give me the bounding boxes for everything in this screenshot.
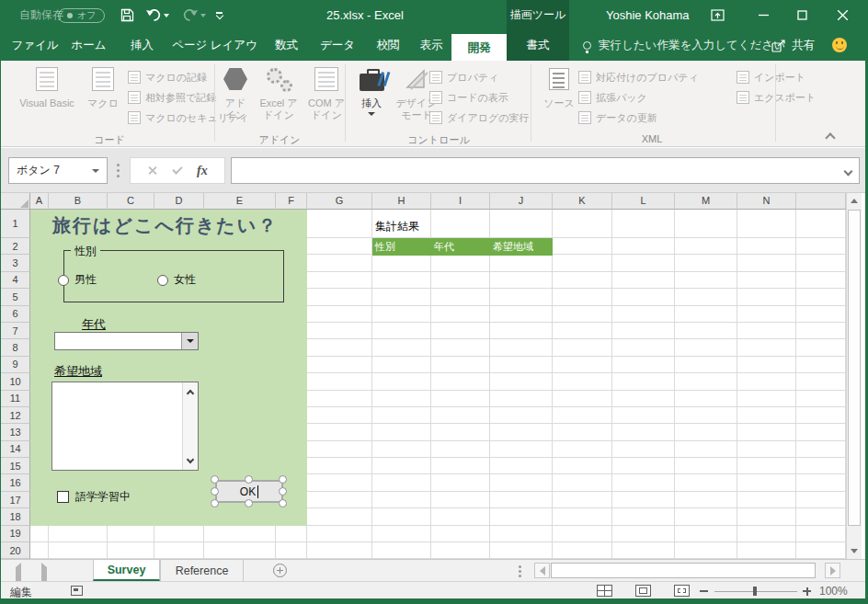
page-break-view-button[interactable] [674, 585, 690, 597]
minimize-button[interactable] [748, 0, 779, 30]
tab-developer[interactable]: 開発 [451, 34, 507, 61]
save-button[interactable] [120, 0, 134, 30]
scroll-right-button[interactable] [825, 563, 840, 578]
page-layout-view-button[interactable] [635, 585, 651, 597]
tab-data[interactable]: データ [310, 30, 365, 61]
xml-source-button[interactable]: ソース [540, 64, 578, 109]
export-button[interactable]: エクスポート [737, 88, 816, 107]
radio-male[interactable]: 男性 [58, 272, 97, 288]
zoom-in-button[interactable] [803, 590, 811, 592]
ribbon-display-options-button[interactable] [711, 0, 725, 30]
name-box-resize-grip[interactable] [117, 169, 120, 172]
properties-button[interactable]: プロパティ [429, 68, 498, 86]
close-button[interactable] [827, 0, 858, 30]
dropdown-button[interactable] [181, 333, 198, 349]
macro-security-icon [128, 111, 141, 124]
scroll-up-button[interactable] [847, 193, 862, 209]
selection-handle[interactable] [211, 499, 219, 507]
tab-home[interactable]: ホーム [60, 30, 118, 61]
listbox-scrollbar[interactable] [182, 382, 198, 470]
feedback-smiley-icon[interactable] [832, 38, 847, 52]
insert-function-button[interactable]: fx [197, 164, 208, 178]
account-name[interactable]: Yoshie Kohama [606, 0, 690, 30]
tab-formulas[interactable]: 数式 [263, 30, 310, 61]
title-bar: 自動保存 オフ [1, 0, 865, 30]
redo-button[interactable] [183, 0, 206, 30]
selection-handle[interactable] [279, 475, 287, 484]
selection-handle[interactable] [279, 487, 287, 496]
group-label-xml: XML [642, 133, 663, 144]
cell-i2[interactable]: 年代 [431, 238, 490, 256]
checkbox-icon[interactable] [57, 491, 69, 503]
sheet-tab-survey[interactable]: Survey [93, 560, 160, 581]
tab-format[interactable]: 書式 [507, 30, 569, 61]
record-macro-button[interactable]: マクロの記録 [128, 68, 207, 86]
expansion-packs-button[interactable]: 拡張パック [578, 88, 647, 107]
redo-dropdown-arrow[interactable] [200, 14, 206, 17]
horizontal-scrollbar-thumb[interactable] [551, 563, 816, 578]
chevron-down-icon [187, 339, 194, 343]
tell-me-box[interactable]: 実行したい作業を入力してください [583, 30, 785, 61]
cell-h2[interactable]: 性別 [372, 238, 431, 256]
cancel-entry-icon[interactable] [147, 165, 157, 176]
radio-female[interactable]: 女性 [157, 272, 196, 288]
tab-file[interactable]: ファイル [10, 30, 60, 61]
run-dialog-button[interactable]: ダイアログの実行 [429, 108, 530, 127]
share-button[interactable]: 共有 [771, 30, 815, 61]
com-addins-button[interactable]: COM アドイン [304, 64, 348, 121]
radio-icon[interactable] [58, 275, 69, 286]
name-box-dropdown-icon[interactable] [92, 169, 99, 173]
import-button[interactable]: インポート [737, 68, 805, 86]
autosave-toggle[interactable]: オフ [58, 0, 105, 30]
scroll-left-button[interactable] [534, 563, 550, 578]
scroll-down-button[interactable] [847, 543, 862, 559]
triangle-left-icon [540, 566, 545, 576]
name-box[interactable]: ボタン 7 [8, 157, 108, 184]
undo-dropdown-arrow[interactable] [164, 14, 169, 17]
addins-button[interactable]: アドイン [220, 64, 251, 121]
confirm-entry-icon[interactable] [172, 164, 182, 174]
scroll-up-button[interactable] [183, 384, 198, 399]
macros-button[interactable]: マクロ [84, 64, 122, 109]
scrollbar-resize-grip[interactable] [519, 570, 521, 573]
relative-references-button[interactable]: 相対参照で記録 [128, 88, 216, 107]
selection-handle[interactable] [211, 487, 219, 496]
cell-j2[interactable]: 希望地域 [490, 238, 553, 256]
customize-qat-button[interactable] [216, 0, 223, 30]
macro-record-icon[interactable] [71, 586, 83, 596]
record-macro-icon [128, 71, 141, 84]
zoom-out-button[interactable] [700, 590, 708, 592]
selection-handle[interactable] [245, 499, 253, 507]
view-code-button[interactable]: コードの表示 [429, 88, 508, 107]
age-dropdown[interactable] [54, 332, 199, 350]
selection-handle[interactable] [211, 475, 219, 484]
sheet-tab-reference[interactable]: Reference [160, 560, 244, 581]
tab-view[interactable]: 表示 [411, 30, 451, 61]
tab-page-layout[interactable]: ページ レイアウト [166, 30, 263, 61]
scroll-down-button[interactable] [183, 453, 198, 468]
excel-addins-button[interactable]: Excel アドイン [257, 64, 301, 121]
selection-handle[interactable] [245, 475, 253, 484]
normal-view-button[interactable] [597, 585, 612, 597]
formula-input[interactable] [231, 157, 860, 184]
zoom-level[interactable]: 100% [819, 585, 848, 598]
new-sheet-button[interactable] [273, 564, 287, 577]
visual-basic-button[interactable]: Visual Basic [12, 64, 82, 109]
tab-insert[interactable]: 挿入 [118, 30, 166, 61]
scrollbar-thumb[interactable] [848, 210, 861, 526]
tab-review[interactable]: 校閲 [365, 30, 411, 61]
collapse-ribbon-button[interactable] [825, 132, 835, 142]
zoom-slider-thumb[interactable] [753, 587, 757, 596]
selection-handle[interactable] [279, 499, 287, 507]
insert-control-button[interactable]: 挿入 [352, 64, 391, 116]
refresh-data-button[interactable]: データの更新 [578, 108, 657, 127]
region-listbox[interactable] [51, 382, 199, 471]
undo-button[interactable] [146, 0, 169, 30]
cell-h1[interactable]: 集計結果 [372, 210, 431, 238]
radio-icon[interactable] [157, 275, 168, 286]
vertical-scrollbar[interactable] [846, 193, 862, 559]
map-properties-button[interactable]: 対応付けのプロパティ [578, 68, 699, 86]
maximize-button[interactable] [786, 0, 817, 30]
expand-formula-bar-icon[interactable] [844, 167, 853, 177]
language-checkbox[interactable]: 語学学習中 [57, 489, 131, 505]
